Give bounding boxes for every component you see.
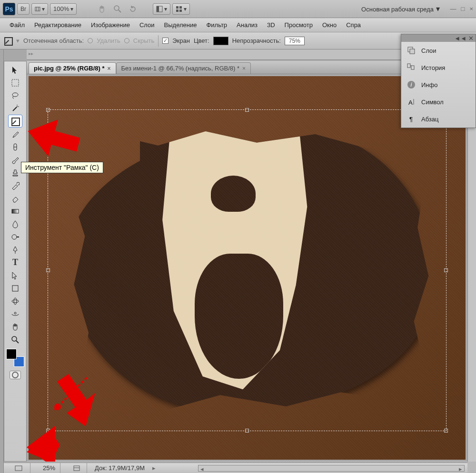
delete-radio[interactable] [88, 38, 93, 43]
crop-handle-t[interactable] [245, 108, 249, 112]
panel-item-история[interactable]: История [401, 59, 476, 76]
close-button[interactable]: × [469, 5, 473, 12]
healing-tool[interactable] [8, 140, 22, 153]
blur-tool[interactable] [8, 217, 22, 230]
crop-handle-l[interactable] [46, 268, 50, 272]
panel-item-инфо[interactable]: iИнфо [401, 76, 476, 93]
tool-tooltip: Инструмент "Рамка" (C) [21, 162, 103, 173]
zoom-tool[interactable] [8, 333, 22, 346]
panel-icon [406, 62, 416, 73]
menu-3d[interactable]: 3D [262, 20, 280, 30]
zoom-tool-shortcut[interactable] [111, 3, 124, 15]
panel-item-абзац[interactable]: ¶Абзац [401, 110, 476, 128]
zoom-level-button[interactable]: 100% ▾ [50, 3, 77, 15]
dodge-tool[interactable] [8, 230, 22, 243]
tab-close-icon[interactable]: × [242, 65, 246, 72]
quick-mask-toggle[interactable] [10, 371, 21, 379]
path-selection-tool[interactable] [8, 269, 22, 282]
svg-point-23 [12, 300, 19, 303]
panel-icon [406, 45, 416, 56]
menu-фильтр[interactable]: Фильтр [201, 20, 232, 30]
svg-rect-35 [410, 49, 415, 54]
doc-info-icon[interactable] [73, 465, 80, 472]
panel-item-слои[interactable]: Слои [401, 42, 476, 59]
history-brush-tool[interactable] [8, 179, 22, 192]
left-dock-strip[interactable] [0, 49, 4, 473]
panel-icon: i [406, 79, 416, 90]
panels-flyout-header[interactable]: ◄◄✕ [401, 34, 476, 42]
crop-handle-r[interactable] [444, 268, 448, 272]
menu-просмотр[interactable]: Просмотр [280, 20, 317, 30]
menu-окно[interactable]: Окно [317, 20, 341, 30]
hand-tool[interactable] [8, 320, 22, 333]
opacity-value[interactable]: 75% [285, 37, 305, 45]
stamp-tool[interactable] [8, 166, 22, 179]
menu-редактирование[interactable]: Редактирование [30, 20, 86, 30]
svg-marker-33 [27, 426, 60, 462]
eraser-tool[interactable] [8, 192, 22, 205]
svg-point-25 [14, 312, 16, 314]
arrange-documents-button[interactable]: ▾ [172, 3, 190, 15]
eyedropper-tool[interactable] [8, 128, 22, 140]
crop-handle-b[interactable] [245, 429, 249, 433]
workspace-label[interactable]: Основная рабочая среда ▾ [361, 4, 439, 13]
shield-checkbox[interactable]: ✓ [162, 38, 169, 44]
maximize-button[interactable]: □ [461, 5, 465, 12]
type-tool[interactable]: T [8, 256, 22, 269]
panel-item-символ[interactable]: AСимвол [401, 93, 476, 110]
crop-handle-br[interactable] [444, 429, 448, 433]
svg-rect-11 [12, 79, 19, 86]
menu-анализ[interactable]: Анализ [232, 20, 262, 30]
svg-point-20 [12, 235, 17, 239]
photoshop-icon: Ps [3, 3, 15, 15]
menu-bar: ФайлРедактированиеИзображениеСлоиВыделен… [0, 18, 476, 32]
zoom-icon [114, 5, 121, 13]
shield-label: Экран [172, 37, 190, 44]
menu-файл[interactable]: Файл [5, 20, 30, 30]
menu-изображение[interactable]: Изображение [86, 20, 135, 30]
svg-rect-36 [407, 64, 410, 68]
screen-mode-button[interactable]: ▾ [153, 3, 170, 15]
gradient-tool[interactable] [8, 205, 22, 217]
screen-mode-icon[interactable] [15, 465, 22, 471]
move-tool[interactable] [8, 63, 22, 76]
menu-спра[interactable]: Спра [341, 20, 366, 30]
title-bar: Ps Br ▾ 100% ▾ ▾ ▾ Основная рабочая сред… [0, 0, 476, 18]
bridge-button[interactable]: Br [17, 3, 30, 15]
rotate-icon [129, 5, 137, 13]
hide-radio[interactable] [124, 38, 129, 43]
shape-tool[interactable] [8, 282, 22, 295]
svg-text:A: A [408, 99, 413, 106]
svg-point-26 [12, 336, 17, 341]
tab-close-icon[interactable]: × [107, 65, 110, 72]
document-tab[interactable]: pic.jpg @ 25% (RGB/8) *× [29, 62, 116, 74]
shield-color-swatch[interactable] [213, 37, 228, 45]
lasso-tool[interactable] [8, 89, 22, 102]
pen-tool[interactable] [8, 243, 22, 256]
svg-rect-7 [176, 6, 178, 9]
foreground-background-colors[interactable] [6, 349, 24, 367]
marquee-tool[interactable] [8, 76, 22, 89]
color-label: Цвет: [194, 37, 209, 44]
menu-выделение[interactable]: Выделение [159, 20, 202, 30]
tab-label: Без имени-1 @ 66,7% (надпись, RGB/8) * [121, 65, 240, 72]
tab-label: pic.jpg @ 25% (RGB/8) * [34, 65, 104, 72]
document-tab[interactable]: Без имени-1 @ 66,7% (надпись, RGB/8) *× [116, 62, 251, 74]
3d-rotate-tool[interactable] [8, 295, 22, 307]
magic-wand-tool[interactable] [8, 102, 22, 115]
svg-line-27 [16, 341, 19, 343]
hand-icon [98, 5, 106, 13]
rotate-view-shortcut[interactable] [126, 3, 139, 15]
brush-tool[interactable] [8, 153, 22, 166]
mini-bridge-button[interactable]: ▾ [31, 3, 48, 15]
3d-camera-tool[interactable] [8, 307, 22, 320]
horizontal-scrollbar[interactable]: ◂▸ [198, 465, 465, 472]
opacity-label: Непрозрачность: [232, 37, 281, 44]
hand-tool-shortcut[interactable] [95, 3, 109, 15]
crop-tool[interactable] [8, 115, 22, 128]
crop-marquee[interactable] [48, 109, 446, 431]
menu-слои[interactable]: Слои [135, 20, 159, 30]
status-zoom[interactable]: 25% [38, 463, 60, 473]
status-bar: 25% Док: 17,9M/17,9M ▸ ◂▸ [4, 463, 467, 473]
minimize-button[interactable]: — [450, 5, 456, 12]
